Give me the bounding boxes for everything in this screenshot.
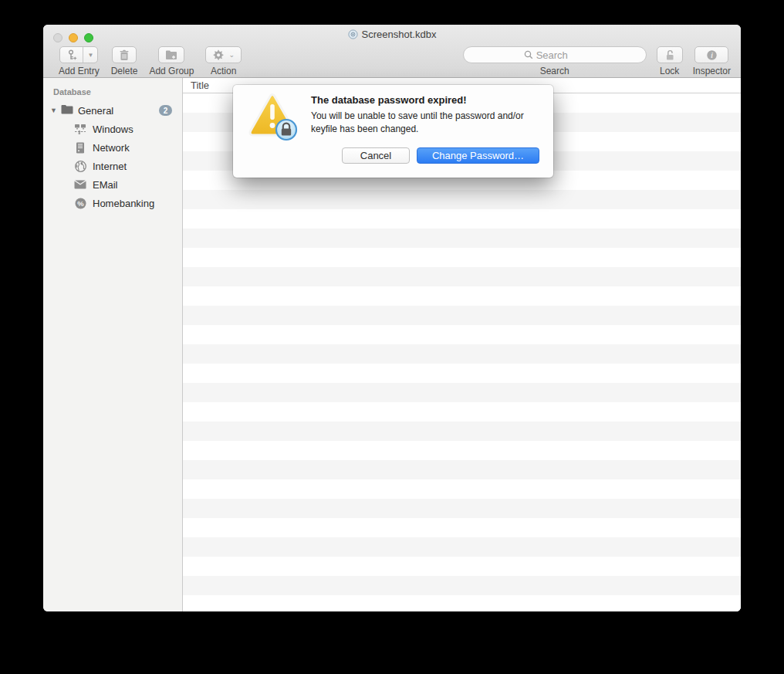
dialog-buttons: Cancel Change Password…: [342, 147, 539, 164]
add-group-label: Add Group: [149, 66, 194, 76]
add-group-toolbar-item: Add Group: [149, 46, 194, 76]
sidebar-item-general[interactable]: ▼ General 2: [43, 101, 182, 120]
delete-button[interactable]: [112, 46, 137, 63]
search-label: Search: [540, 66, 569, 76]
group-label: General: [78, 105, 113, 117]
sidebar-item-internet[interactable]: Internet: [43, 157, 182, 175]
chevron-down-icon: ⌄: [228, 51, 235, 59]
inspector-toolbar-item: i Inspector: [693, 46, 731, 76]
inspector-button[interactable]: i: [694, 46, 728, 63]
sidebar-item-network[interactable]: Network: [43, 138, 182, 157]
windows-network-icon: [74, 123, 86, 135]
lock-label: Lock: [660, 66, 679, 76]
action-button[interactable]: ⌄: [205, 46, 242, 63]
add-entry-label: Add Entry: [59, 66, 100, 76]
sidebar-item-windows[interactable]: Windows: [43, 120, 182, 138]
action-toolbar-item: ⌄ Action: [205, 46, 242, 76]
folder-plus-icon: [165, 49, 177, 60]
server-icon: [74, 141, 86, 154]
search-field[interactable]: [463, 46, 647, 63]
sidebar-item-label: Internet: [93, 161, 127, 172]
add-entry-toolbar-item: ▼ Add Entry: [59, 46, 100, 76]
toolbar-right-group: Search Lock: [463, 43, 731, 76]
window-header: Screenshot.kdbx ▼: [43, 25, 741, 78]
password-expired-dialog: The database password expired! You will …: [233, 85, 553, 178]
svg-text:i: i: [711, 52, 713, 59]
window-title: Screenshot.kdbx: [43, 29, 741, 42]
dialog-message: You will be unable to save until the pas…: [311, 110, 546, 136]
change-password-button[interactable]: Change Password…: [417, 147, 539, 164]
key-plus-icon: [60, 47, 83, 63]
desktop-background: Screenshot.kdbx ▼: [0, 0, 784, 674]
sidebar-item-label: EMail: [93, 179, 118, 191]
delete-toolbar-item: Delete: [111, 46, 138, 76]
window-title-text: Screenshot.kdbx: [362, 29, 437, 40]
folder-icon: [61, 103, 73, 117]
search-toolbar-item: Search: [463, 46, 647, 76]
search-input[interactable]: [536, 49, 586, 61]
action-label: Action: [211, 66, 236, 76]
sidebar-item-email[interactable]: EMail: [43, 175, 182, 194]
document-icon: [348, 29, 358, 42]
add-group-button[interactable]: [158, 46, 184, 63]
disclosure-triangle-icon[interactable]: ▼: [50, 107, 59, 114]
toolbar-left-group: ▼ Add Entry: [59, 43, 242, 76]
sidebar-item-label: Homebanking: [93, 198, 154, 209]
envelope-icon: [74, 178, 86, 191]
inspector-label: Inspector: [693, 66, 731, 76]
sidebar-item-homebanking[interactable]: % Homebanking: [43, 194, 182, 212]
warning-lock-icon: [246, 93, 300, 148]
percent-circle-icon: %: [74, 197, 86, 209]
sidebar-item-label: Windows: [93, 124, 133, 135]
add-entry-button[interactable]: ▼: [59, 46, 98, 63]
gear-icon: [212, 49, 224, 61]
chevron-down-icon[interactable]: ▼: [83, 47, 97, 63]
sidebar-section-header: Database: [43, 84, 182, 101]
delete-label: Delete: [111, 66, 138, 76]
toolbar: ▼ Add Entry: [43, 43, 741, 78]
lock-open-icon: [664, 49, 675, 61]
globe-icon: [74, 160, 86, 172]
sidebar: Database ▼ General 2: [43, 78, 183, 611]
column-title-label: Title: [191, 80, 209, 91]
search-icon: [524, 50, 533, 59]
trash-icon: [119, 49, 130, 61]
entry-count-badge: 2: [159, 105, 172, 116]
lock-toolbar-item: Lock: [657, 46, 683, 76]
dialog-title: The database password expired!: [311, 94, 467, 106]
cancel-button[interactable]: Cancel: [342, 147, 410, 164]
sidebar-item-label: Network: [93, 142, 130, 154]
svg-text:%: %: [77, 198, 84, 207]
info-icon: i: [706, 49, 718, 61]
lock-button[interactable]: [657, 46, 683, 63]
